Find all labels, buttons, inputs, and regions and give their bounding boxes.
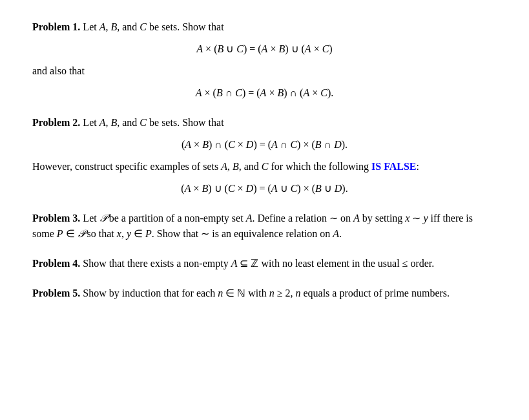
- problem-2-block: Problem 2. Let A, B, and C be sets. Show…: [32, 115, 497, 196]
- problem-1-intro-line: Problem 1. Let A, B, and C be sets. Show…: [32, 19, 497, 35]
- problem-3-label: Problem 3.: [32, 213, 80, 224]
- problem-2-label: Problem 2.: [32, 117, 80, 128]
- problem-1-connector: and also that: [32, 63, 497, 79]
- problem-4-block: Problem 4. Show that there exists a non-…: [32, 256, 497, 271]
- problem-3-text: Problem 3. Let 𝒫 be a partition of a non…: [32, 211, 497, 242]
- problem-2-math2: (A × B) ∪ (C × D) = (A ∪ C) × (B ∪ D).: [32, 181, 497, 196]
- is-false-label: IS FALSE: [371, 161, 417, 172]
- problem-1-label: Problem 1.: [32, 21, 80, 32]
- problem-3-block: Problem 3. Let 𝒫 be a partition of a non…: [32, 211, 497, 242]
- problem-2-intro: Let A, B, and C be sets. Show that: [83, 117, 223, 128]
- problem-5-label: Problem 5.: [32, 288, 80, 299]
- page-content: Problem 1. Let A, B, and C be sets. Show…: [32, 19, 497, 301]
- problem-2-math1: (A × B) ∩ (C × D) = (A ∩ C) × (B ∩ D).: [32, 137, 497, 152]
- problem-1-math2: A × (B ∩ C) = (A × B) ∩ (A × C).: [32, 85, 497, 101]
- problem-5-text: Problem 5. Show by induction that for ea…: [32, 286, 497, 301]
- problem-2-however: However, construct specific examples of …: [32, 159, 497, 174]
- problem-5-block: Problem 5. Show by induction that for ea…: [32, 286, 497, 301]
- problem-2-intro-line: Problem 2. Let A, B, and C be sets. Show…: [32, 115, 497, 131]
- problem-1-math1: A × (B ∪ C) = (A × B) ∪ (A × C): [32, 41, 497, 57]
- problem-4-text: Problem 4. Show that there exists a non-…: [32, 256, 497, 271]
- problem-5-body: Show by induction that for each n ∈ ℕ wi…: [83, 288, 450, 299]
- problem-3-body: Let 𝒫 be a partition of a non-empty set …: [32, 213, 473, 239]
- problem-4-label: Problem 4.: [32, 258, 80, 269]
- problem-1-block: Problem 1. Let A, B, and C be sets. Show…: [32, 19, 497, 101]
- problem-4-body: Show that there exists a non-empty A ⊆ ℤ…: [83, 258, 434, 269]
- problem-1-intro: Let A, B, and C be sets. Show that: [83, 21, 223, 32]
